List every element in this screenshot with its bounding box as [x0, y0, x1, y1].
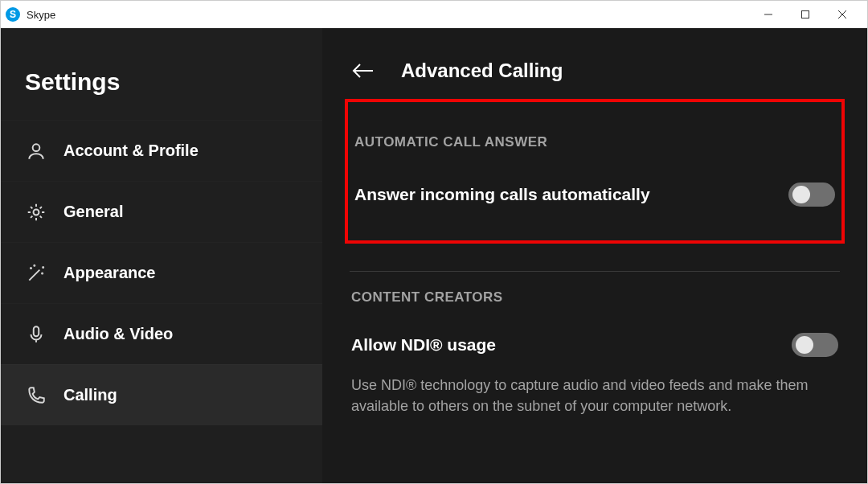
titlebar: S Skype [1, 1, 867, 28]
sidebar-item-general[interactable]: General [1, 181, 322, 242]
app-body: Settings Account & Profile General Appea… [1, 28, 867, 483]
skype-logo-icon: S [6, 7, 20, 22]
section-content-creators: CONTENT CREATORS Allow NDI® usage Use ND… [346, 272, 843, 425]
sidebar-item-account[interactable]: Account & Profile [1, 120, 322, 181]
sidebar-item-label: Appearance [63, 264, 156, 282]
toggle-auto-answer[interactable] [788, 183, 835, 207]
svg-point-5 [34, 209, 39, 215]
setting-row-auto-answer: Answer incoming calls automatically [354, 183, 835, 207]
close-icon [837, 10, 847, 19]
toggle-ndi[interactable] [792, 333, 838, 357]
svg-point-7 [34, 265, 35, 265]
section-auto-answer: AUTOMATIC CALL ANSWER Answer incoming ca… [346, 100, 843, 242]
content-pane: Advanced Calling AUTOMATIC CALL ANSWER A… [322, 28, 867, 483]
user-icon [25, 140, 47, 162]
svg-point-4 [33, 144, 40, 151]
back-button[interactable] [346, 55, 379, 87]
microphone-icon [25, 323, 47, 346]
svg-point-8 [42, 273, 43, 273]
sidebar-item-label: General [63, 203, 123, 221]
setting-label-auto-answer: Answer incoming calls automatically [354, 185, 650, 204]
sidebar-item-label: Audio & Video [63, 325, 173, 343]
window-title: Skype [27, 9, 55, 21]
maximize-button[interactable] [787, 2, 824, 27]
svg-rect-10 [34, 326, 39, 336]
section-title-auto-answer: AUTOMATIC CALL ANSWER [354, 134, 835, 150]
sidebar: Settings Account & Profile General Appea… [1, 28, 322, 483]
setting-desc-ndi: Use NDI® technology to capture audio and… [351, 375, 817, 416]
phone-icon [25, 384, 47, 407]
arrow-left-icon [350, 61, 375, 80]
svg-point-9 [43, 266, 43, 267]
content-header: Advanced Calling [346, 28, 843, 100]
svg-point-6 [31, 267, 31, 268]
minimize-button[interactable] [750, 2, 787, 27]
section-title-creators: CONTENT CREATORS [351, 289, 838, 306]
maximize-icon [800, 10, 810, 19]
sidebar-item-label: Calling [63, 386, 117, 404]
page-title: Advanced Calling [401, 59, 563, 82]
gear-icon [25, 201, 47, 224]
sidebar-title: Settings [1, 68, 322, 120]
svg-rect-1 [802, 11, 809, 18]
sidebar-item-appearance[interactable]: Appearance [1, 242, 322, 303]
setting-row-ndi: Allow NDI® usage [351, 333, 838, 357]
setting-label-ndi: Allow NDI® usage [351, 335, 496, 355]
sidebar-item-label: Account & Profile [63, 142, 199, 160]
sidebar-item-calling[interactable]: Calling [1, 364, 322, 425]
minimize-icon [764, 10, 773, 19]
sidebar-item-audio-video[interactable]: Audio & Video [1, 303, 322, 364]
close-button[interactable] [824, 2, 861, 27]
app-window: S Skype Settings Account & Profile [0, 0, 868, 484]
magic-wand-icon [25, 262, 47, 285]
